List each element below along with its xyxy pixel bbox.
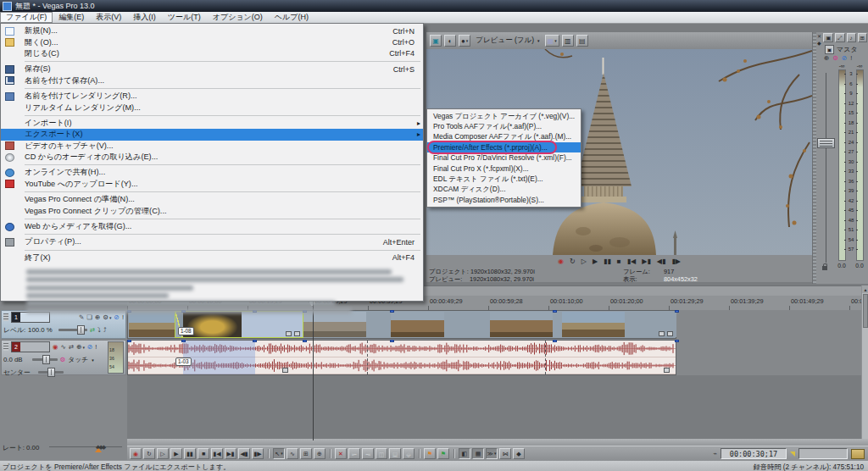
file-menu-item[interactable]: 終了(X)Alt+F4 — [1, 252, 423, 263]
clip-grip-handle[interactable] — [127, 340, 131, 342]
file-menu-item[interactable]: Vegas Pro Connect クリップの管理(C)... — [1, 205, 423, 216]
file-menu-item[interactable]: YouTube へのアップロード(Y)... — [1, 179, 423, 190]
menubar-item[interactable]: 表示(V) — [90, 12, 127, 23]
pan-icon[interactable]: ⊕▾ — [76, 344, 85, 351]
file-menu-item[interactable]: 名前を付けてレンダリング(R)... — [1, 91, 423, 102]
menubar-item[interactable]: 挿入(I) — [127, 12, 162, 23]
go-to-end-button[interactable]: ▶▮ — [225, 448, 236, 459]
clip-fx-badge[interactable] — [282, 368, 288, 373]
record-button[interactable]: ◉ — [130, 448, 142, 459]
file-menu-item[interactable]: CD からのオーディオの取り込み(E)... — [1, 152, 423, 163]
audio-track-header[interactable]: 2 ◉ ∿ ⇄ ⊕▾ ⊘ ! -∞ 0.0 dB ⚙ タッチ ▾ センター 18… — [1, 340, 126, 375]
solo-icon[interactable]: ! — [95, 344, 97, 351]
clip-grip-handle[interactable] — [675, 340, 679, 342]
clip-fx-badge[interactable] — [286, 331, 292, 336]
compositing-icon[interactable]: ⇄ — [90, 327, 95, 334]
rate-slider[interactable]: ◆◆◆ — [49, 446, 122, 447]
split-screen-view-icon[interactable]: ◐ — [444, 35, 456, 47]
file-menu-item[interactable]: 保存(S)Ctrl+S — [1, 64, 423, 75]
clip-grip-handle[interactable] — [303, 340, 307, 342]
scrollbar-thumb[interactable] — [863, 294, 868, 328]
device-icon[interactable] — [851, 449, 865, 459]
clip-grip-handle[interactable] — [390, 340, 394, 342]
clip-fx-badge[interactable] — [664, 368, 670, 373]
downmix-icon[interactable]: ♪ — [847, 33, 856, 42]
menubar-item[interactable]: 編集(E) — [53, 12, 90, 23]
quantize-button[interactable]: ▦ — [472, 448, 484, 459]
loop-playback-button[interactable]: ↻ — [570, 258, 576, 265]
auto-crossfade-button[interactable]: ⋈ — [499, 448, 511, 459]
ripple-edit-button[interactable]: ≫▾ — [486, 448, 498, 459]
file-menu-item[interactable]: プロパティ(P)...Alt+Enter — [1, 236, 423, 247]
master-meter-left[interactable] — [838, 69, 846, 261]
track-grip-icon[interactable] — [3, 343, 8, 351]
file-menu-item[interactable]: 閉じる(C)Ctrl+F4 — [1, 48, 423, 59]
horizontal-scroll-groove[interactable] — [127, 439, 868, 446]
delete-button[interactable]: ✕ — [335, 448, 347, 459]
clip-grip-handle[interactable] — [553, 310, 557, 313]
export-submenu-item[interactable]: EDL テキスト ファイル (*.txt)(E)... — [427, 174, 581, 184]
master-meter-right[interactable] — [856, 69, 864, 261]
file-menu-item[interactable]: 開く(O)...Ctrl+O — [1, 36, 423, 47]
previous-frame-button[interactable]: ◀▮ — [238, 448, 250, 459]
export-submenu-item[interactable]: Vegas プロジェクト アーカイブ (*.veg)(V)... — [427, 111, 581, 121]
export-submenu-item[interactable]: Media Composer AAFファイル (*.aaf).(M)... — [427, 132, 581, 142]
clip-grip-handle[interactable] — [253, 340, 257, 342]
master-fader-handle[interactable] — [817, 138, 835, 148]
copy-frame-icon[interactable]: ▥ — [562, 35, 574, 47]
menubar-item[interactable]: オプション(O) — [207, 12, 269, 23]
stop-button[interactable]: ■ — [617, 258, 621, 265]
clip-grip-handle[interactable] — [181, 340, 186, 342]
audio-clip[interactable] — [127, 340, 676, 375]
export-submenu-item[interactable]: Final Cut Pro X (*.fcpxml)(X)... — [427, 163, 581, 174]
insert-fx-icon[interactable]: ⊕ — [824, 55, 829, 62]
gain-slider[interactable] — [32, 358, 58, 361]
edit-tool-button[interactable]: ↖▾ — [273, 448, 285, 459]
record-button[interactable]: ◉ — [558, 258, 564, 265]
stop-button[interactable]: ■ — [198, 448, 209, 459]
pan-slider[interactable] — [38, 371, 64, 374]
meter-options-icon[interactable]: ⊞ — [858, 33, 867, 42]
pause-button[interactable]: ▮▮ — [604, 258, 611, 265]
trim-end-button[interactable]: ⇥ — [362, 448, 374, 459]
group-button[interactable]: ▣ — [389, 448, 401, 459]
splitter-handle[interactable] — [790, 452, 795, 457]
child-icon[interactable]: ⤴ — [103, 327, 107, 334]
pin-icon[interactable]: ◆ — [817, 40, 821, 46]
preview-quality-icon[interactable]: ●▾ — [459, 35, 470, 47]
level-slider[interactable] — [58, 329, 87, 331]
automation-gear-icon[interactable]: ⚙ — [60, 357, 66, 363]
close-icon[interactable]: ✕ — [817, 33, 821, 39]
export-submenu-item[interactable]: PSP™ (PlayStation®Portable)(S)... — [427, 195, 581, 205]
selection-length-display[interactable] — [798, 448, 848, 459]
menubar-item[interactable]: ヘルプ(H) — [269, 12, 314, 23]
file-menu-item[interactable]: Vegas Pro Connect の準備(N)... — [1, 194, 423, 205]
export-submenu-item[interactable]: XDCAM ディスク(D)... — [427, 184, 581, 194]
trim-start-button[interactable]: ⇤ — [348, 448, 360, 459]
next-frame-button[interactable]: ▮▶ — [671, 258, 681, 265]
export-submenu-item[interactable]: Final Cut Pro 7/DaVinci Resolve (*.xml)(… — [427, 152, 581, 163]
loop-playback-button[interactable]: ↻ — [143, 448, 155, 459]
vertical-scrollbar[interactable]: ▲ — [861, 285, 868, 441]
file-menu-item[interactable]: ビデオのキャプチャ(V)... — [1, 141, 423, 152]
play-button[interactable]: ▶ — [593, 258, 598, 265]
parent-icon[interactable]: ⤵ — [97, 327, 101, 334]
fit-icon[interactable]: ⤢ — [835, 33, 844, 42]
file-menu-item[interactable]: 名前を付けて保存(A)... — [1, 75, 423, 86]
arm-record-icon[interactable]: ◉ — [53, 344, 58, 351]
video-output-icon[interactable]: ▣ — [430, 35, 442, 47]
selector-icon[interactable]: ▣ — [823, 33, 833, 42]
mute-icon[interactable]: ⊘ — [87, 344, 92, 351]
previous-frame-button[interactable]: ◀▮ — [657, 258, 666, 265]
play-button[interactable]: ▶ — [170, 448, 182, 459]
clip-pan-badge[interactable] — [667, 331, 673, 336]
overlay-grid-icon[interactable]: ▦▾ — [545, 35, 559, 47]
lock-button[interactable]: ◈ — [403, 448, 415, 459]
file-menu-item[interactable]: インポート(I)▸ — [1, 118, 423, 129]
zoom-tool-button[interactable]: ⊕ — [314, 448, 326, 459]
envelope-tool-button[interactable]: ∿ — [287, 448, 298, 459]
preview-quality-select[interactable]: プレビュー (フル)▾ — [473, 36, 542, 46]
clip-fx-badge[interactable] — [659, 331, 665, 336]
chevron-down-icon[interactable]: ▾ — [92, 357, 94, 363]
file-menu-item[interactable]: 新規(N)...Ctrl+N — [1, 25, 423, 36]
